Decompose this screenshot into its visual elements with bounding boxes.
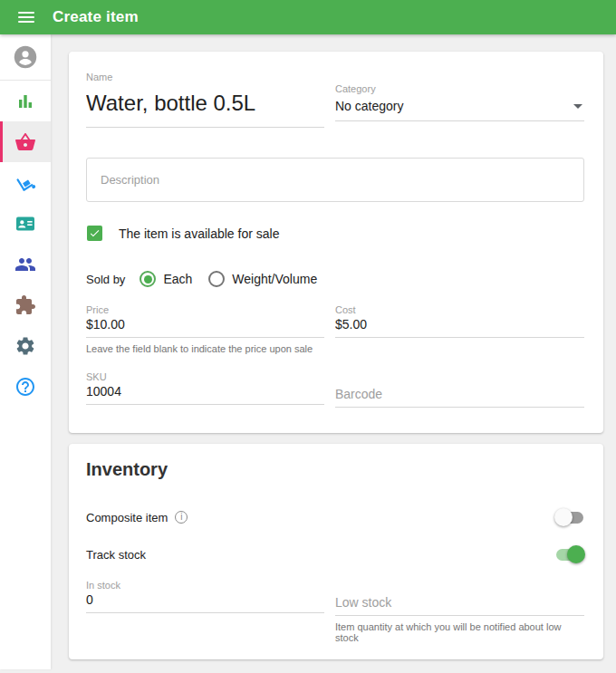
check-icon <box>89 227 101 239</box>
app-window: Create item <box>0 0 616 673</box>
available-checkbox-label: The item is available for sale <box>119 226 279 241</box>
category-field-group: Category No category <box>335 83 584 121</box>
puzzle-icon <box>14 294 36 316</box>
low-stock-helper-text: Item quantity at which you will be notif… <box>335 621 584 643</box>
people-icon <box>14 254 36 275</box>
track-stock-row: Track stock <box>86 545 585 563</box>
barcode-input[interactable] <box>335 386 584 408</box>
cost-input[interactable] <box>335 316 584 338</box>
app-header: Create item <box>0 0 616 34</box>
menu-icon[interactable] <box>18 12 34 24</box>
in-stock-label: In stock <box>86 580 324 591</box>
composite-item-label: Composite item <box>86 511 168 524</box>
radio-weight-volume-label: Weight/Volume <box>232 272 317 286</box>
radio-each-label: Each <box>163 272 192 286</box>
low-stock-input[interactable] <box>335 594 584 616</box>
category-select[interactable]: No category <box>335 97 584 121</box>
sidebar-item-profile[interactable] <box>0 34 51 80</box>
inventory-title: Inventory <box>86 459 168 480</box>
available-for-sale-row: The item is available for sale <box>87 226 279 241</box>
track-stock-toggle[interactable] <box>554 545 585 563</box>
name-label: Name <box>86 72 324 82</box>
composite-item-row: Composite item i <box>86 508 585 526</box>
radio-weight-volume <box>208 271 225 287</box>
price-input[interactable] <box>86 316 324 338</box>
low-stock-field-group: Item quantity at which you will be notif… <box>335 580 584 643</box>
bar-chart-icon <box>14 91 36 112</box>
name-input[interactable] <box>86 86 324 128</box>
composite-item-toggle[interactable] <box>554 508 585 526</box>
price-field-group: Price Leave the field blank to indicate … <box>86 304 324 354</box>
sold-by-row: Sold by Each Weight/Volume <box>86 271 333 287</box>
sidebar <box>0 34 51 669</box>
category-value: No category <box>335 99 403 113</box>
help-icon <box>14 376 36 398</box>
info-icon[interactable]: i <box>175 511 188 524</box>
sku-field-group: SKU <box>86 371 324 405</box>
account-icon <box>13 44 38 70</box>
barcode-field-group <box>335 371 584 408</box>
sidebar-item-reports[interactable] <box>0 81 51 121</box>
contact-card-icon <box>14 213 36 235</box>
cost-label: Cost <box>335 304 584 315</box>
sold-by-label: Sold by <box>86 273 125 286</box>
price-label: Price <box>86 304 324 315</box>
description-input[interactable] <box>86 158 584 202</box>
gear-icon <box>14 335 36 357</box>
description-field-group <box>86 158 584 202</box>
name-field-group: Name <box>86 72 324 128</box>
sku-label: SKU <box>86 371 324 382</box>
sidebar-item-settings[interactable] <box>0 325 51 366</box>
hand-truck-icon <box>14 172 36 194</box>
sidebar-item-help[interactable] <box>0 366 51 407</box>
cost-field-group: Cost <box>335 304 584 338</box>
sidebar-item-items[interactable] <box>0 121 51 162</box>
item-details-card: Name Category No category The item is av… <box>69 52 603 433</box>
page-title: Create item <box>53 8 139 26</box>
chevron-down-icon <box>573 104 582 109</box>
sidebar-item-inventory[interactable] <box>0 162 51 203</box>
price-helper-text: Leave the field blank to indicate the pr… <box>86 343 324 354</box>
sold-by-option-weight[interactable]: Weight/Volume <box>208 271 317 287</box>
basket-icon <box>14 131 36 153</box>
track-stock-label: Track stock <box>86 548 146 562</box>
category-label: Category <box>335 83 584 94</box>
sku-input[interactable] <box>86 383 324 405</box>
available-checkbox[interactable] <box>87 226 102 241</box>
inventory-card: Inventory Composite item i Track stock I… <box>69 444 603 659</box>
sidebar-item-apps[interactable] <box>0 284 51 325</box>
sold-by-option-each[interactable]: Each <box>140 271 192 287</box>
in-stock-field-group: In stock <box>86 580 324 613</box>
radio-each <box>140 271 156 287</box>
sidebar-item-employees[interactable] <box>0 244 51 284</box>
in-stock-input[interactable] <box>86 591 324 613</box>
sidebar-item-customers[interactable] <box>0 203 51 244</box>
